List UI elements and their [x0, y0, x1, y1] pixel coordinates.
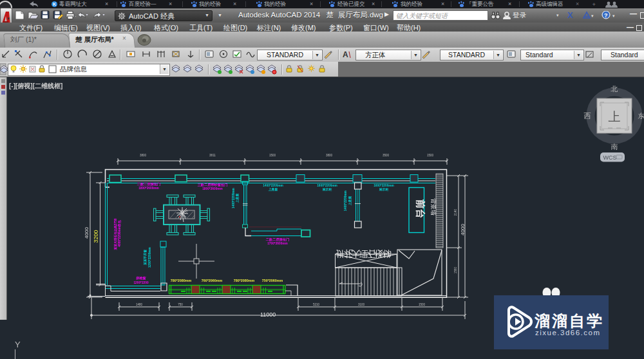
svg-text:西: 西 — [584, 112, 591, 120]
svg-text:二款二层滑拉门: 二款二层滑拉门 — [137, 182, 160, 187]
svg-text:上悬窗: 上悬窗 — [348, 196, 352, 207]
svg-text:750: 750 — [178, 303, 183, 306]
svg-text:5210: 5210 — [313, 303, 320, 306]
svg-text:[-][俯视][二维线框]: [-][俯视][二维线框] — [9, 82, 62, 89]
svg-text:1480: 1480 — [136, 303, 143, 306]
svg-text:拼花大理石楼梯: 拼花大理石楼梯 — [336, 249, 392, 259]
svg-text:3500: 3500 — [383, 154, 390, 157]
svg-text:1800*2600mm: 1800*2600mm — [202, 187, 223, 190]
svg-text:1500: 1500 — [419, 303, 426, 306]
svg-text:1560: 1560 — [454, 266, 457, 273]
svg-text:展示柜: 展示柜 — [322, 187, 332, 192]
svg-text:▾: ▾ — [612, 14, 615, 18]
svg-text:4000: 4000 — [460, 224, 466, 235]
svg-text:1700*2600mm: 1700*2600mm — [267, 242, 288, 245]
svg-text:780*2080mm: 780*2080mm — [171, 279, 192, 282]
svg-text:上: 上 — [609, 110, 621, 124]
svg-text:前台: 前台 — [415, 199, 426, 218]
svg-text:WCS: WCS — [603, 154, 617, 161]
svg-text:1600*2200mm: 1600*2200mm — [374, 184, 394, 187]
svg-text:4000*2200mm双包: 4000*2200mm双包 — [117, 220, 122, 247]
svg-text:某某平开窗: 某某平开窗 — [143, 250, 147, 266]
svg-text:3200: 3200 — [93, 230, 99, 243]
svg-text:11000: 11000 — [260, 311, 276, 318]
svg-text:北: 北 — [611, 85, 618, 93]
svg-text:拼检窗: 拼检窗 — [135, 276, 146, 281]
svg-text:上悬窗: 上悬窗 — [235, 194, 240, 204]
svg-text:三款二层带纱窗拉门: 三款二层带纱窗拉门 — [198, 183, 228, 187]
svg-text:?: ? — [604, 12, 608, 19]
svg-text:上悬窗: 上悬窗 — [268, 187, 278, 192]
svg-text:1400*2200mm: 1400*2200mm — [344, 190, 347, 211]
svg-text:4000: 4000 — [84, 227, 90, 239]
svg-text:1400*2200mm: 1400*2200mm — [263, 184, 283, 187]
svg-text:二款二层滑拉门: 二款二层滑拉门 — [266, 237, 289, 242]
svg-text:1400*2200mm: 1400*2200mm — [232, 188, 235, 208]
svg-text:东: 东 — [638, 112, 644, 120]
svg-text:760*2060mm: 760*2060mm — [202, 279, 223, 282]
svg-text:X: X — [567, 11, 573, 20]
svg-text:1500: 1500 — [269, 154, 276, 157]
svg-text:▾: ▾ — [591, 14, 594, 18]
svg-text:3800: 3800 — [326, 154, 333, 157]
svg-text:3800: 3800 — [140, 154, 147, 157]
svg-text:展示柜: 展示柜 — [379, 187, 389, 192]
svg-text:1200*2200mm: 1200*2200mm — [148, 247, 151, 268]
svg-text:3811: 3811 — [209, 154, 216, 157]
svg-text:1500: 1500 — [427, 154, 434, 157]
svg-text:750*2060mm: 750*2060mm — [262, 279, 283, 282]
svg-text:背景墙: 背景墙 — [430, 198, 437, 216]
svg-text:某某大理石包边高2750: 某某大理石包边高2750 — [113, 218, 118, 250]
svg-text:1600*2200mm: 1600*2200mm — [317, 184, 337, 187]
svg-text:南: 南 — [611, 143, 618, 151]
svg-text:3100: 3100 — [358, 303, 365, 306]
svg-text:Y: Y — [15, 340, 21, 349]
svg-text:2140: 2140 — [454, 208, 457, 216]
svg-text:780*2080mm: 780*2080mm — [234, 279, 255, 282]
svg-text:1800*2600mm: 1800*2600mm — [138, 187, 159, 190]
svg-text:1200*2200: 1200*2200 — [133, 281, 149, 284]
